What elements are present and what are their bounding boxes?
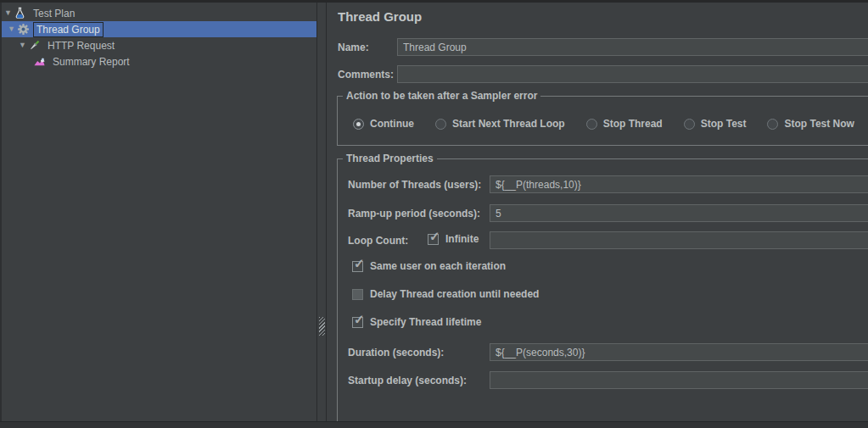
checkbox-icon[interactable] [352,317,363,328]
expand-arrow-icon[interactable]: ▼ [18,37,27,53]
sampler-error-group: Action to be taken after a Sampler error… [337,96,868,146]
thread-group-icon [16,23,30,36]
ramp-up-input[interactable] [490,204,868,222]
window-bottom-edge [0,421,868,428]
checkbox-icon[interactable] [352,289,363,300]
checkbox-icon[interactable] [428,234,439,245]
radio-icon[interactable] [767,119,778,130]
delay-thread-creation-checkbox-row[interactable]: Delay Thread creation until needed [352,288,539,300]
tree-item-label: Test Plan [31,7,77,20]
name-input[interactable] [397,38,868,56]
tree-item-thread-group[interactable]: ▼ Thread Group [2,21,316,37]
tree-item-label: Summary Report [50,55,132,69]
test-plan-tree: ▼ Test Plan ▼ Thread Group [0,3,316,421]
loop-count-input[interactable] [490,231,868,249]
tree-item-summary-report[interactable]: Summary Report [2,53,316,69]
tree-item-test-plan[interactable]: ▼ Test Plan [2,5,316,21]
name-label: Name: [338,42,369,53]
tree-item-label: Thread Group [34,23,103,36]
num-threads-input[interactable] [490,175,868,193]
comments-label: Comments: [338,69,394,81]
expand-arrow-icon[interactable]: ▼ [7,21,16,37]
specify-thread-lifetime-checkbox-row[interactable]: Specify Thread lifetime [352,316,481,328]
same-user-checkbox-row[interactable]: Same user on each iteration [352,260,506,272]
radio-icon[interactable] [353,119,364,130]
ramp-up-label: Ramp-up period (seconds): [348,208,480,220]
thread-properties-legend: Thread Properties [343,153,437,164]
sampler-error-legend: Action to be taken after a Sampler error [343,90,540,102]
tree-item-label: HTTP Request [45,39,117,53]
http-request-icon [27,39,41,53]
radio-stop-thread[interactable]: Stop Thread [586,118,663,130]
startup-delay-label: Startup delay (seconds): [348,375,467,386]
duration-input[interactable] [490,343,868,361]
radio-start-next-thread-loop[interactable]: Start Next Thread Loop [435,118,565,130]
sampler-error-radio-row: Continue Start Next Thread Loop Stop Thr… [353,118,854,130]
page-title: Thread Group [338,9,422,24]
thread-group-config-panel: Thread Group Name: Comments: Action to b… [327,3,868,421]
radio-stop-test[interactable]: Stop Test [684,118,747,130]
infinite-checkbox-row[interactable]: Infinite [428,233,479,245]
loop-count-label: Loop Count: [348,235,408,247]
duration-label: Duration (seconds): [348,347,444,359]
radio-icon[interactable] [435,119,446,130]
panel-splitter[interactable] [316,3,327,421]
radio-icon[interactable] [684,119,695,130]
tree-item-http-request[interactable]: ▼ HTTP Request [2,37,316,53]
checkbox-icon[interactable] [352,261,363,272]
infinite-label: Infinite [445,233,479,245]
summary-report-icon [32,55,46,69]
num-threads-label: Number of Threads (users): [348,179,481,191]
radio-continue[interactable]: Continue [353,118,414,130]
splitter-grip-icon[interactable] [319,317,325,336]
test-plan-icon [13,7,26,20]
radio-stop-test-now[interactable]: Stop Test Now [767,118,854,130]
expand-arrow-icon[interactable]: ▼ [3,5,13,21]
comments-input[interactable] [397,65,868,83]
startup-delay-input[interactable] [490,371,868,389]
radio-icon[interactable] [586,119,597,130]
